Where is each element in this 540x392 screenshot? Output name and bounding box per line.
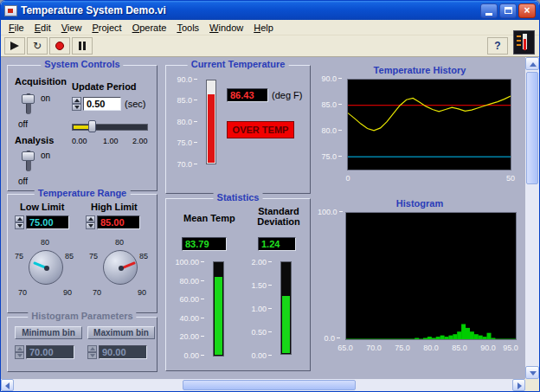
- history-xtick-50: 50: [501, 174, 520, 183]
- maximum-bin-label: Maximum bin: [87, 326, 155, 339]
- thermo-tick-85: 85.0: [173, 96, 197, 105]
- mean-tick-80: 80.00: [170, 277, 204, 286]
- horizontal-scroll-thumb[interactable]: [183, 380, 356, 390]
- decrement-button[interactable]: [86, 222, 95, 229]
- acquisition-switch[interactable]: [22, 92, 35, 116]
- decrement-button[interactable]: [72, 104, 81, 111]
- acquisition-label: Acquisition: [15, 76, 67, 87]
- menu-item-help[interactable]: Help: [248, 21, 279, 35]
- history-chart-svg: [348, 80, 511, 170]
- menu-item-view[interactable]: View: [56, 21, 87, 35]
- horizontal-scrollbar[interactable]: [1, 379, 525, 391]
- abort-button[interactable]: [49, 37, 70, 55]
- minimum-bin-label: Minimum bin: [15, 326, 82, 339]
- statistics-section: Statistics Mean Temp Standard Deviation …: [165, 198, 311, 371]
- analysis-on-label: on: [41, 151, 50, 160]
- scroll-right-button[interactable]: [512, 379, 525, 391]
- scroll-down-button[interactable]: [525, 366, 539, 379]
- menu-item-file[interactable]: File: [3, 21, 29, 35]
- run-continuous-button[interactable]: ↻: [27, 37, 48, 55]
- histogram-parameters-section: Histogram Parameters Minimum bin Maximum…: [7, 317, 158, 372]
- toolbar: ↻ ?: [1, 35, 539, 57]
- menu-item-window[interactable]: Window: [204, 21, 248, 35]
- help-icon: ?: [494, 40, 500, 52]
- switch-lever[interactable]: [22, 94, 35, 104]
- system-controls-section: System Controls Acquisition on off Updat…: [7, 65, 158, 191]
- vertical-scroll-thumb[interactable]: [526, 72, 538, 184]
- mean-temp-gauge: [213, 261, 224, 357]
- mean-temp-label: Mean Temp: [183, 213, 235, 223]
- std-dev-gauge: [280, 261, 292, 355]
- knob-scale-80: 80: [41, 238, 49, 247]
- minimize-icon: [485, 13, 492, 16]
- low-limit-input[interactable]: 75.00: [26, 215, 69, 229]
- std-tick-2: 2.00: [246, 258, 272, 267]
- menu-item-project[interactable]: Project: [87, 21, 126, 35]
- temperature-history-section: Temperature History 90.0 85.0 80.0 75.0 …: [318, 65, 522, 194]
- window-title: Temperature System Demo.vi: [21, 4, 479, 16]
- low-limit-spinner: [15, 215, 24, 229]
- thermometer-fill: [208, 94, 215, 163]
- analysis-switch[interactable]: [22, 149, 35, 173]
- increment-button[interactable]: [15, 215, 24, 222]
- histogram-xtick-85: 85.0: [448, 344, 471, 352]
- scroll-up-button[interactable]: [525, 57, 539, 70]
- knob-scale-75: 75: [15, 252, 23, 260]
- knob-scale-75: 75: [89, 252, 98, 260]
- low-limit-label: Low Limit: [20, 202, 64, 212]
- mean-tick-0: 0.00: [170, 351, 204, 360]
- mean-gauge-fill: [215, 277, 222, 355]
- mean-temp-display: 83.79: [182, 237, 227, 251]
- thermometer: [206, 80, 216, 164]
- acquisition-off-label: off: [18, 119, 28, 129]
- temperature-range-title: Temperature Range: [35, 188, 131, 198]
- analysis-label: Analysis: [15, 135, 54, 145]
- decrement-button[interactable]: [15, 222, 24, 229]
- maximize-button[interactable]: [499, 3, 517, 18]
- history-ytick-90: 90.0: [318, 74, 342, 83]
- increment-button[interactable]: [86, 215, 95, 222]
- vertical-scrollbar[interactable]: [525, 57, 539, 379]
- mean-tick-20: 20.00: [170, 332, 204, 341]
- close-icon: ×: [524, 5, 530, 16]
- high-limit-input[interactable]: 85.00: [97, 215, 140, 229]
- slider-track[interactable]: [72, 124, 148, 131]
- histogram-ytick-0: 0.0: [318, 334, 340, 343]
- menu-item-edit[interactable]: Edit: [29, 21, 56, 35]
- increment-button[interactable]: [72, 97, 81, 104]
- histogram-section: Histogram 100.0 0.0 65.0 70.0 75.0 80.0 …: [318, 198, 522, 371]
- low-limit-knob[interactable]: [29, 250, 63, 285]
- std-dev-label: Standard Deviation: [251, 206, 306, 227]
- maximum-bin-input: 90.00: [99, 345, 147, 359]
- histogram-xtick-65: 65.0: [334, 344, 357, 352]
- title-bar: Temperature System Demo.vi ×: [1, 1, 539, 20]
- run-continuous-icon: ↻: [33, 40, 42, 52]
- update-period-unit: (sec): [125, 99, 145, 109]
- histogram-plot: [345, 212, 517, 340]
- scroll-left-button[interactable]: [1, 379, 14, 391]
- std-tick-1-5: 1.50: [246, 281, 272, 290]
- pause-icon: [79, 42, 86, 50]
- menu-item-tools[interactable]: Tools: [171, 21, 204, 35]
- minimize-button[interactable]: [480, 3, 498, 18]
- menu-item-operate[interactable]: Operate: [127, 21, 172, 35]
- temperature-history-plot: [347, 79, 511, 170]
- std-dev-display: 1.24: [258, 237, 296, 251]
- run-button[interactable]: [4, 37, 25, 55]
- close-button[interactable]: ×: [518, 3, 536, 18]
- thermo-tick-70: 70.0: [173, 160, 197, 169]
- temperature-history-title: Temperature History: [318, 65, 522, 75]
- help-button[interactable]: ?: [487, 37, 508, 55]
- slider-thumb[interactable]: [88, 120, 96, 132]
- over-temp-indicator: OVER TEMP: [227, 121, 294, 138]
- pause-button[interactable]: [72, 37, 93, 55]
- high-limit-knob[interactable]: [103, 250, 138, 285]
- histogram-ytick-100: 100.0: [318, 208, 340, 216]
- system-controls-title: System Controls: [41, 59, 123, 69]
- vi-icon: [513, 30, 535, 55]
- histogram-xtick-75: 75.0: [391, 344, 414, 352]
- switch-lever[interactable]: [22, 151, 35, 161]
- app-window: Temperature System Demo.vi × File Edit V…: [0, 0, 540, 392]
- update-period-input[interactable]: 0.50: [83, 97, 121, 111]
- histogram-chart-svg: [346, 213, 516, 339]
